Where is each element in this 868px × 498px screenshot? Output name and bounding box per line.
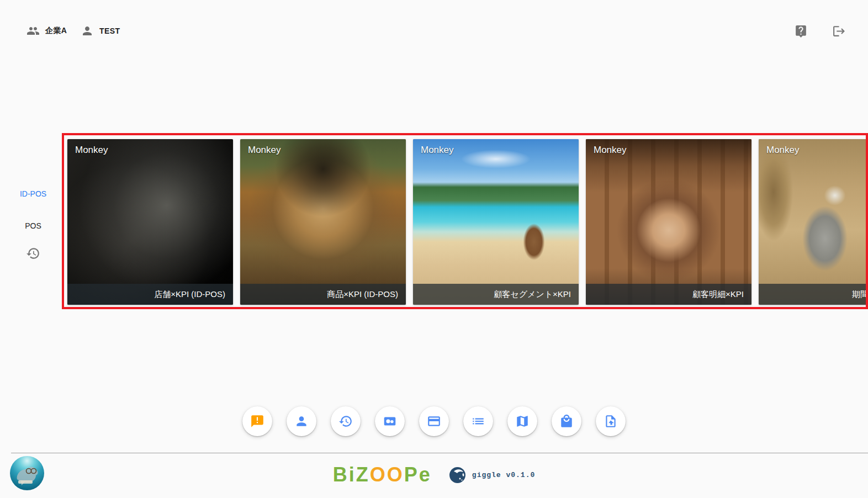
logout-icon	[832, 24, 846, 38]
company-label: 企業A	[45, 26, 67, 36]
people-icon	[27, 24, 40, 38]
credit-card-button[interactable]	[419, 406, 449, 436]
member-card-button[interactable]	[375, 406, 405, 436]
sidebar-history-button[interactable]	[0, 245, 66, 263]
report-card-period-kpi[interactable]: Monkey 期間	[759, 139, 866, 305]
macaque-on-beach-photo	[413, 139, 579, 305]
report-card-store-kpi[interactable]: Monkey 店舗×KPI (ID-POS)	[67, 139, 233, 305]
report-card-customer-segment-kpi[interactable]: Monkey 顧客セグメント×KPI	[413, 139, 579, 305]
footer: B i Z O O P e giggle v0.1.0	[0, 460, 868, 489]
shopping-bag-icon	[559, 414, 574, 428]
gorilla-photo	[67, 139, 233, 305]
card-title: Monkey	[594, 145, 627, 156]
shopping-bag-button[interactable]	[552, 406, 581, 436]
brand-letter: i	[349, 465, 356, 485]
top-bar: 企業A TEST	[0, 0, 868, 50]
giggle-animal-icon	[448, 466, 467, 484]
card-title: Monkey	[75, 145, 108, 156]
history-icon	[338, 414, 353, 428]
announcement-button[interactable]	[242, 406, 272, 436]
baboon-in-barrel-photo	[586, 139, 751, 305]
brand-letter: O	[370, 465, 387, 485]
card-circles-icon	[383, 414, 397, 428]
card-caption: 顧客明細×KPI	[586, 284, 751, 305]
credit-card-icon	[427, 414, 441, 428]
history-button[interactable]	[331, 406, 361, 436]
card-caption: 商品×KPI (ID-POS)	[240, 284, 406, 305]
user-button[interactable]	[287, 406, 316, 436]
capuchin-monkey-photo	[240, 139, 406, 305]
card-caption: 顧客セグメント×KPI	[413, 284, 579, 305]
card-title: Monkey	[421, 145, 454, 156]
bizoope-logo: B i Z O O P e	[333, 465, 432, 485]
sidebar-item-id-pos[interactable]: ID-POS	[0, 189, 66, 198]
list-icon	[471, 414, 485, 428]
report-card-row: Monkey 店舗×KPI (ID-POS) Monkey 商品×KPI (ID…	[64, 135, 866, 307]
help-button[interactable]	[794, 24, 808, 38]
upload-file-button[interactable]	[596, 406, 626, 436]
person-icon	[81, 24, 94, 38]
quick-action-toolbar	[0, 406, 868, 436]
user-label: TEST	[99, 27, 120, 35]
brand-letter: P	[404, 465, 419, 485]
giggle-logo-group: giggle v0.1.0	[448, 466, 535, 484]
brand-letter: B	[333, 465, 349, 485]
version-label: giggle v0.1.0	[472, 471, 535, 479]
upload-file-icon	[604, 414, 618, 428]
map-button[interactable]	[507, 406, 537, 436]
user-selector[interactable]: TEST	[81, 24, 120, 38]
brand-letter: e	[419, 465, 432, 485]
gray-langurs-photo	[759, 139, 866, 305]
brand-letter: O	[387, 465, 404, 485]
report-card-customer-detail-kpi[interactable]: Monkey 顧客明細×KPI	[586, 139, 751, 305]
sidebar-item-pos[interactable]: POS	[0, 221, 66, 230]
card-caption: 期間	[759, 284, 866, 305]
brand-letter: Z	[356, 465, 370, 485]
report-card-strip: Monkey 店舗×KPI (ID-POS) Monkey 商品×KPI (ID…	[62, 133, 868, 309]
company-selector[interactable]: 企業A	[27, 24, 67, 38]
logout-button[interactable]	[832, 24, 846, 38]
map-icon	[515, 414, 530, 428]
person-icon	[294, 414, 309, 428]
report-card-product-kpi[interactable]: Monkey 商品×KPI (ID-POS)	[240, 139, 406, 305]
card-title: Monkey	[248, 145, 281, 156]
announcement-icon	[250, 414, 264, 428]
live-help-icon	[794, 24, 808, 38]
list-button[interactable]	[463, 406, 493, 436]
history-icon	[26, 253, 40, 262]
card-title: Monkey	[766, 145, 800, 156]
footer-divider	[11, 453, 868, 453]
card-caption: 店舗×KPI (ID-POS)	[67, 284, 233, 305]
